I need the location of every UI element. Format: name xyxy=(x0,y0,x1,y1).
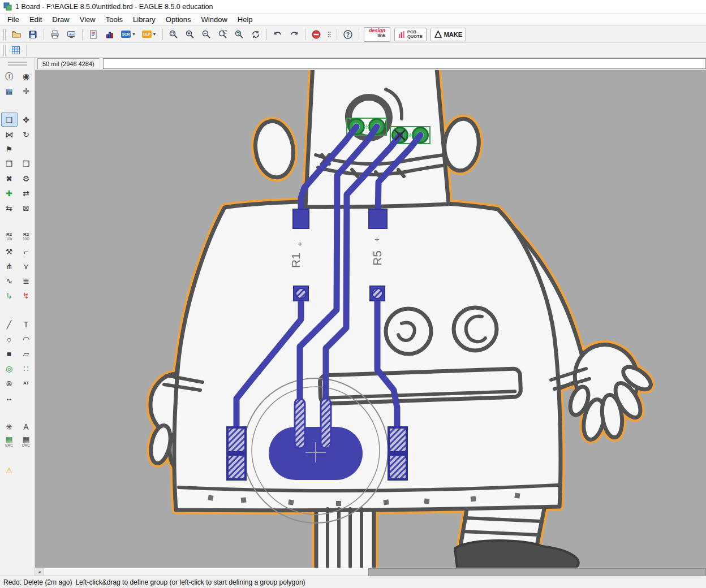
toolbar-overflow-button[interactable] xyxy=(325,27,334,42)
copy-tool[interactable]: ❐ xyxy=(1,157,18,171)
stop-button[interactable] xyxy=(308,27,324,42)
command-input[interactable] xyxy=(103,58,706,69)
pinswap-tool[interactable]: ⇆ xyxy=(1,201,18,215)
smd-pad-r1[interactable] xyxy=(293,209,309,228)
info-tool[interactable]: ⓘ xyxy=(1,69,18,83)
smd-pad-r5[interactable] xyxy=(369,209,387,228)
sidebar-drag-handle[interactable] xyxy=(8,60,27,68)
grid-settings-button[interactable] xyxy=(8,43,24,58)
undo-button[interactable] xyxy=(270,27,286,42)
attribute-tool[interactable]: AT xyxy=(18,376,35,390)
value-tag-tool[interactable]: R210Ω xyxy=(18,230,35,244)
make-button[interactable]: MAKE xyxy=(431,28,466,41)
display-layers-tool[interactable]: ▦ xyxy=(1,84,18,98)
polygon-tool[interactable]: ▱ xyxy=(18,347,35,361)
menu-help[interactable]: Help xyxy=(233,14,258,25)
zoom-out-button[interactable] xyxy=(199,27,214,42)
group-tool[interactable]: ❏ xyxy=(1,113,18,127)
battery-pad[interactable] xyxy=(295,399,305,448)
erc-tool[interactable]: ▦ERC xyxy=(1,434,18,448)
miter-tool[interactable]: ⌐ xyxy=(18,244,35,258)
via-tool[interactable]: ◎ xyxy=(1,361,18,375)
polygon-icon: ▱ xyxy=(23,350,29,358)
board-canvas[interactable]: R1 + R5 + xyxy=(35,70,706,568)
scrollbar-thumb[interactable] xyxy=(368,568,706,576)
connector-left[interactable] xyxy=(227,427,246,479)
delete-tool[interactable]: ✖ xyxy=(1,171,18,185)
signal-tool[interactable]: ↔ xyxy=(1,391,18,405)
show-tool[interactable]: ◉ xyxy=(18,69,35,83)
drc-tool[interactable]: ▦DRC xyxy=(18,434,35,448)
name-tool[interactable]: ⚑ xyxy=(1,142,18,156)
replace-tool[interactable]: ⇄ xyxy=(18,186,35,200)
scrollbar-track[interactable] xyxy=(44,568,706,576)
smash-tool[interactable]: ⚒ xyxy=(1,244,18,258)
paste-tool[interactable]: ❒ xyxy=(18,157,35,171)
save-button[interactable] xyxy=(25,27,41,42)
menu-library[interactable]: Library xyxy=(128,14,161,25)
refresh-button[interactable] xyxy=(248,27,264,42)
ripup-tool[interactable]: ↯ xyxy=(18,288,35,302)
board-drawing[interactable]: R1 + R5 + xyxy=(35,70,706,568)
menu-window[interactable]: Window xyxy=(196,14,233,25)
arc-icon: ◠ xyxy=(23,335,29,343)
wire-tool[interactable]: ╱ xyxy=(1,317,18,331)
cam-processor-button[interactable] xyxy=(63,27,79,42)
text-tool[interactable]: T xyxy=(18,317,35,331)
ratsnest-tool[interactable]: ✳ xyxy=(1,420,18,434)
name-tag-tool[interactable]: R210k xyxy=(1,230,18,244)
meander-tool[interactable]: ∿ xyxy=(1,274,18,288)
menu-file[interactable]: File xyxy=(2,14,24,25)
text-icon: T xyxy=(24,321,29,328)
run-script-dropdown[interactable]: SCR ▼ xyxy=(118,27,139,42)
menu-view[interactable]: View xyxy=(75,14,101,25)
chevron-down-icon: ▼ xyxy=(152,32,157,37)
menu-options[interactable]: Options xyxy=(161,14,196,25)
mirror-tool[interactable]: ⋈ xyxy=(1,127,18,141)
zoom-fit-button[interactable] xyxy=(166,27,182,42)
rotate-tool[interactable]: ↻ xyxy=(18,127,35,141)
add-tool[interactable]: ✚ xyxy=(1,186,18,200)
hole-tool[interactable]: ⊗ xyxy=(1,376,18,390)
scr-icon: SCR xyxy=(121,31,131,38)
split-tool[interactable]: ⋔ xyxy=(1,259,18,273)
align-tool[interactable]: ≣ xyxy=(18,274,35,288)
show-icon: ◉ xyxy=(23,72,29,80)
zoom-in-button[interactable] xyxy=(182,27,198,42)
rect-tool[interactable]: ■ xyxy=(1,347,18,361)
change-tool[interactable]: ⚙ xyxy=(18,171,35,185)
help-button[interactable]: ? xyxy=(340,27,356,42)
optimize-tool[interactable]: ⋎ xyxy=(18,259,35,273)
mark-tool[interactable]: ✛ xyxy=(18,84,35,98)
optimize-icon: ⋎ xyxy=(23,262,29,270)
open-button[interactable] xyxy=(8,27,24,42)
menu-draw[interactable]: Draw xyxy=(47,14,74,25)
errors-tool[interactable]: ⚠ xyxy=(1,463,18,477)
ripup-icon: ↯ xyxy=(23,292,29,300)
route-tool[interactable]: ↳ xyxy=(1,288,18,302)
script-button[interactable] xyxy=(85,27,101,42)
zoom-redraw-button[interactable] xyxy=(231,27,247,42)
toolbar-grip[interactable] xyxy=(3,45,7,56)
main-toolbar: SCR ▼ ULP ▼ xyxy=(0,26,706,43)
smd-tool[interactable]: ∷ xyxy=(18,361,35,375)
print-button[interactable] xyxy=(47,27,63,42)
move-tool[interactable]: ✥ xyxy=(18,113,35,127)
pcb-quote-button[interactable]: PCB QUOTE xyxy=(394,28,427,41)
battery-pad[interactable] xyxy=(321,399,331,448)
lock-tool[interactable]: ⊠ xyxy=(18,201,35,215)
zoom-select-button[interactable] xyxy=(215,27,231,42)
arc-tool[interactable]: ◠ xyxy=(18,332,35,346)
design-link-button[interactable]: design link xyxy=(364,27,390,42)
autoroute-tool[interactable]: A xyxy=(18,420,35,434)
scroll-left-button[interactable]: ◂ xyxy=(35,568,44,576)
redo-button[interactable] xyxy=(286,27,302,42)
connector-right[interactable] xyxy=(389,427,407,479)
horizontal-scrollbar[interactable]: ◂ xyxy=(35,568,706,576)
library-button[interactable] xyxy=(102,27,118,42)
run-ulp-dropdown[interactable]: ULP ▼ xyxy=(139,27,160,42)
menu-tools[interactable]: Tools xyxy=(101,14,128,25)
menu-edit[interactable]: Edit xyxy=(24,14,47,25)
toolbar-grip[interactable] xyxy=(3,29,7,40)
circle-tool[interactable]: ○ xyxy=(1,332,18,346)
